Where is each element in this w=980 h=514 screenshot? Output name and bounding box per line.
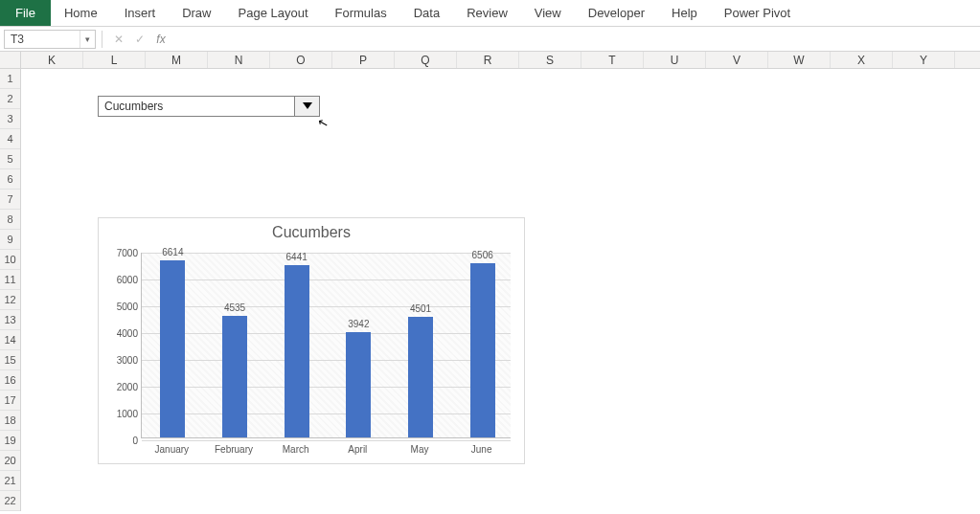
chart-x-tick: March	[283, 444, 309, 455]
column-header[interactable]: U	[644, 52, 706, 68]
row-header[interactable]: 11	[0, 270, 20, 290]
row-header[interactable]: 20	[0, 451, 20, 471]
chart-gridline	[142, 387, 511, 388]
chart-gridline	[142, 413, 511, 414]
row-header[interactable]: 2	[0, 89, 20, 109]
chart-bar: 3942	[346, 332, 371, 437]
row-header[interactable]: 14	[0, 330, 20, 350]
cancel-formula-button[interactable]: ✕	[108, 30, 129, 49]
column-header[interactable]: K	[21, 52, 83, 68]
formula-input[interactable]	[171, 30, 980, 49]
chevron-down-icon[interactable]: ▾	[80, 31, 95, 48]
chart-data-label: 4535	[224, 302, 245, 313]
row-headers[interactable]: 12345678910111213141516171819202122	[0, 69, 21, 511]
row-header[interactable]: 5	[0, 149, 20, 169]
row-header[interactable]: 15	[0, 350, 20, 370]
enter-formula-button[interactable]: ✓	[129, 30, 150, 49]
chart-y-tick: 5000	[117, 302, 138, 312]
chart-y-tick: 6000	[117, 275, 138, 285]
column-header[interactable]: L	[83, 52, 146, 68]
row-header[interactable]: 19	[0, 431, 20, 451]
chart-gridline	[142, 306, 511, 307]
row-header[interactable]: 6	[0, 169, 20, 190]
chart-bar: 4501	[408, 317, 433, 437]
tab-page-layout[interactable]: Page Layout	[225, 0, 322, 26]
row-header[interactable]: 18	[0, 411, 20, 431]
column-header[interactable]: P	[332, 52, 395, 68]
column-header[interactable]: T	[581, 52, 644, 68]
chart-data-label: 3942	[348, 319, 369, 329]
tab-file[interactable]: File	[0, 0, 51, 26]
chart-bar: 6506	[470, 263, 495, 437]
chevron-down-icon[interactable]	[294, 97, 319, 116]
tab-formulas[interactable]: Formulas	[322, 0, 400, 26]
column-header[interactable]: R	[457, 52, 519, 68]
select-all-corner[interactable]	[0, 52, 21, 69]
name-box-value: T3	[11, 33, 24, 46]
dropdown-selected-value: Cucumbers	[99, 100, 294, 113]
chart-gridline	[142, 279, 511, 280]
chart-data-label: 4501	[410, 303, 431, 314]
row-header[interactable]: 16	[0, 370, 20, 391]
chart-gridline	[142, 360, 511, 361]
cells-area[interactable]: Cucumbers ↖ Cucumbers 010002000300040005…	[21, 69, 980, 514]
row-header[interactable]: 10	[0, 250, 20, 270]
column-headers[interactable]: KLMNOPQRSTUVWXY	[21, 52, 980, 69]
chart-y-tick: 2000	[117, 382, 138, 392]
tab-data[interactable]: Data	[400, 0, 453, 26]
row-header[interactable]: 17	[0, 391, 20, 411]
column-header[interactable]: S	[519, 52, 581, 68]
row-header[interactable]: 12	[0, 290, 20, 310]
column-header[interactable]: V	[706, 52, 768, 68]
row-header[interactable]: 22	[0, 491, 20, 511]
row-header[interactable]: 8	[0, 210, 20, 230]
chart-object[interactable]: Cucumbers 010002000300040005000600070006…	[98, 217, 525, 464]
chart-x-tick: April	[348, 444, 367, 455]
ribbon: File Home Insert Draw Page Layout Formul…	[0, 0, 980, 27]
chart-bar: 6614	[160, 260, 185, 437]
chart-gridline	[142, 253, 511, 254]
row-header[interactable]: 9	[0, 230, 20, 250]
tab-review[interactable]: Review	[453, 0, 521, 26]
name-box[interactable]: T3 ▾	[4, 30, 96, 49]
tab-power-pivot[interactable]: Power Pivot	[711, 0, 804, 26]
tab-help[interactable]: Help	[658, 0, 711, 26]
tab-insert[interactable]: Insert	[111, 0, 170, 26]
row-header[interactable]: 7	[0, 190, 20, 210]
column-header[interactable]: W	[768, 52, 831, 68]
column-header[interactable]: O	[270, 52, 332, 68]
row-header[interactable]: 3	[0, 109, 20, 129]
tab-draw[interactable]: Draw	[169, 0, 224, 26]
column-header[interactable]: Q	[395, 52, 457, 68]
chart-x-tick: February	[215, 444, 253, 455]
chart-bar: 6441	[285, 265, 309, 437]
chart-y-tick: 3000	[117, 355, 138, 366]
chart-bar: 4535	[222, 316, 247, 437]
row-header[interactable]: 1	[0, 69, 20, 89]
row-header[interactable]: 21	[0, 471, 20, 491]
chart-x-tick: January	[155, 444, 190, 455]
chart-y-tick: 0	[132, 436, 138, 446]
tab-home[interactable]: Home	[51, 0, 111, 26]
svg-marker-0	[303, 102, 312, 109]
row-header[interactable]: 4	[0, 129, 20, 149]
dropdown-form-control[interactable]: Cucumbers	[98, 96, 320, 117]
column-header[interactable]: N	[208, 52, 270, 68]
column-header[interactable]: Y	[893, 52, 955, 68]
tab-view[interactable]: View	[521, 0, 575, 26]
row-header[interactable]: 13	[0, 310, 20, 330]
chart-plot-area: 0100020003000400050006000700066144535644…	[141, 253, 511, 438]
tab-developer[interactable]: Developer	[575, 0, 658, 26]
chart-data-label: 6614	[162, 247, 183, 257]
chart-x-axis: JanuaryFebruaryMarchAprilMayJune	[141, 444, 511, 458]
fx-icon[interactable]: fx	[150, 30, 171, 49]
column-header[interactable]: M	[146, 52, 208, 68]
column-header[interactable]: X	[831, 52, 893, 68]
cursor-arrow-icon: ↖	[316, 115, 330, 131]
chart-x-tick: May	[411, 444, 429, 455]
chart-y-tick: 4000	[117, 328, 138, 339]
chart-y-tick: 7000	[117, 248, 138, 258]
chart-y-tick: 1000	[117, 409, 138, 419]
chart-data-label: 6506	[472, 250, 493, 260]
worksheet[interactable]: KLMNOPQRSTUVWXY 123456789101112131415161…	[0, 52, 980, 514]
